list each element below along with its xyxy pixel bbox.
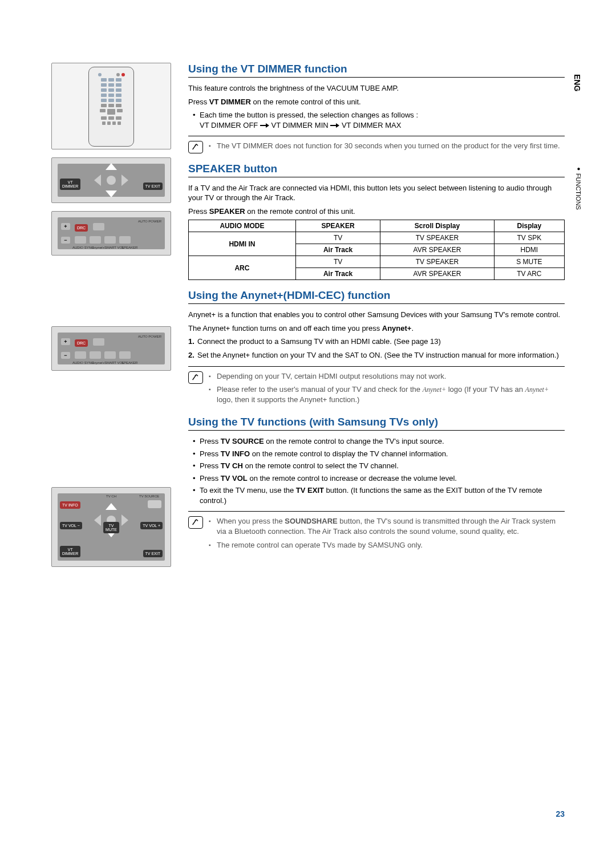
page-number: 23 [556,809,565,818]
tv-note: When you press the SOUNDSHARE button, th… [188,511,565,553]
table-row: ARC TVTV SPEAKERS MUTE [189,256,565,268]
anynet-figure: + − DRC AUTO POWER AUDIO SYNC Anynet+ SM… [51,326,171,371]
vt-dimmer-bullet: Each time the button is pressed, the sel… [193,110,565,130]
content-column: Using the VT DIMMER function This featur… [188,63,565,575]
th-display: Display [494,220,564,232]
speaker-table: AUDIO MODE SPEAKER Scroll Display Displa… [188,220,565,280]
note-text: Please refer to the user's manual of you… [209,384,565,404]
anynet-step1: 1.Connect the product to a Samsung TV wi… [188,337,565,347]
tv-vol-bullet: Press TV VOL on the remote control to in… [193,473,565,484]
tv-functions-figure: TV CH TV SOURCE TV INFO TV VOL − TV MUTE… [51,487,171,567]
vt-dimmer-press: Press VT DIMMER on the remote control of… [188,97,565,107]
section-tab: FUNCTIONS [575,165,582,210]
note-text: The VT DIMMER does not function for 30 s… [209,141,565,151]
th-speaker: SPEAKER [295,220,380,232]
speaker-desc: If a TV and the Air Track are connected … [188,183,565,203]
vt-dimmer-desc: This feature controls the brightness of … [188,83,565,94]
note-text: When you press the SOUNDSHARE button, th… [209,516,565,536]
table-row: HDMI IN TVTV SPEAKERTV SPK [189,232,565,244]
anynet-logo: Anynet+ [525,386,549,394]
th-scroll: Scroll Display [380,220,494,232]
note-icon [188,371,203,384]
note-icon [188,141,203,153]
anynet-step2: 2.Set the Anynet+ function on your TV an… [188,350,565,360]
anynet-logo: Anynet+ [423,386,446,394]
speaker-press: Press SPEAKER on the remote control of t… [188,206,565,217]
vt-dimmer-figure: VT DIMMER TV EXIT [51,157,171,203]
tv-info-bullet: Press TV INFO on the remote control to d… [193,449,565,459]
note-text: Depending on your TV, certain HDMI outpu… [209,371,565,382]
vt-dimmer-title: Using the VT DIMMER function [188,63,565,78]
figures-column: VT DIMMER TV EXIT + − DRC AUTO POWER AUD… [51,63,171,575]
speaker-title: SPEAKER button [188,163,565,177]
language-tab: ENG [573,74,582,91]
tv-functions-title: Using the TV functions (with Samsung TVs… [188,416,565,431]
vt-dimmer-note: The VT DIMMER does not function for 30 s… [188,136,565,155]
tv-ch-bullet: Press TV CH on the remote control to sel… [193,461,565,471]
note-icon [188,516,203,529]
th-audio-mode: AUDIO MODE [189,220,296,232]
tv-exit-bullet: To exit the TV menu, use the TV EXIT but… [193,485,565,505]
tv-source-bullet: Press TV SOURCE on the remote control to… [193,436,565,447]
arrow-icon [330,123,339,128]
anynet-note: Depending on your TV, certain HDMI outpu… [188,366,565,408]
remote-full-figure [51,63,171,149]
arrow-icon [260,123,269,128]
anynet-desc: Anynet+ is a function that enables you t… [188,310,565,320]
note-text: The remote control can operate TVs made … [209,540,565,550]
anynet-press: The Anynet+ function turns on and off ea… [188,323,565,334]
anynet-title: Using the Anynet+(HDMI-CEC) function [188,289,565,304]
speaker-figure: + − DRC AUTO POWER AUDIO SYNC Anynet+ SM… [51,211,171,256]
